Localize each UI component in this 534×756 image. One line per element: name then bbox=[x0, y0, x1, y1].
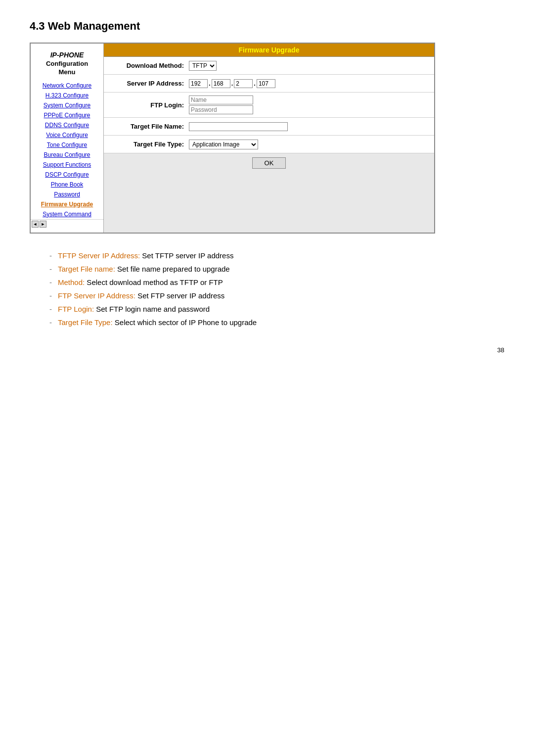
bullet-desc-0: Set TFTP server IP address bbox=[140, 251, 233, 260]
ip-octet-2[interactable] bbox=[212, 79, 230, 88]
bullet-dash-2: - bbox=[49, 278, 52, 286]
bullet-item-5: -Target File Type: Select which sector o… bbox=[49, 318, 504, 327]
bullet-item-2: -Method: Select download method as TFTP … bbox=[49, 278, 504, 286]
sidebar-link-tone-configure[interactable]: Tone Configure bbox=[31, 140, 103, 150]
bullet-desc-5: Select which sector of IP Phone to upgra… bbox=[113, 318, 257, 327]
target-file-type-label: Target File Type: bbox=[110, 141, 189, 148]
firmware-header: Firmware Upgrade bbox=[104, 44, 434, 57]
target-file-type-control: Application Image Boot Loader Config Fil… bbox=[189, 140, 428, 149]
sidebar-link-password[interactable]: Password bbox=[31, 189, 103, 199]
sidebar-link-bureau-configure[interactable]: Bureau Configure bbox=[31, 150, 103, 160]
bullet-term-2: Method: bbox=[58, 278, 85, 286]
sidebar-brand: IP-PHONE Configuration Menu bbox=[31, 47, 103, 81]
firmware-form: Download Method: TFTP FTP Server IP Addr… bbox=[104, 57, 434, 153]
ip-octet-3[interactable] bbox=[234, 79, 253, 88]
sidebar-link-phone-book[interactable]: Phone Book bbox=[31, 180, 103, 189]
sidebar-link-support-functions[interactable]: Support Functions bbox=[31, 160, 103, 170]
ftp-login-row: FTP Login: bbox=[104, 93, 434, 118]
sidebar-link-system-configure[interactable]: System Configure bbox=[31, 100, 103, 110]
bullet-term-3: FTP Server IP Address: bbox=[58, 291, 135, 300]
target-file-name-row: Target File Name: bbox=[104, 118, 434, 136]
bullet-desc-1: Set file name prepared to upgrade bbox=[115, 265, 230, 273]
bullet-dash-5: - bbox=[49, 318, 52, 327]
ip-dot-1: . bbox=[209, 80, 211, 87]
sidebar-brand-ip-phone: IP-PHONE bbox=[50, 51, 84, 59]
ftp-login-group bbox=[189, 95, 428, 114]
bullet-content-5: Target File Type: Select which sector of… bbox=[58, 318, 257, 327]
bullet-item-1: -Target File name: Set file name prepare… bbox=[49, 265, 504, 273]
target-file-name-input[interactable] bbox=[189, 122, 288, 131]
bullet-content-3: FTP Server IP Address: Set FTP server IP… bbox=[58, 291, 224, 300]
bullet-term-1: Target File name: bbox=[58, 265, 115, 273]
ip-inputs: . . . bbox=[189, 79, 428, 88]
download-method-label: Download Method: bbox=[110, 62, 189, 69]
bullet-item-0: -TFTP Server IP Address: Set TFTP server… bbox=[49, 251, 504, 260]
bullet-term-4: FTP Login: bbox=[58, 305, 94, 313]
server-ip-label: Server IP Address: bbox=[110, 80, 189, 87]
sidebar-link-dscp-configure[interactable]: DSCP Configure bbox=[31, 170, 103, 180]
bullet-content-0: TFTP Server IP Address: Set TFTP server … bbox=[58, 251, 233, 260]
bullet-item-4: -FTP Login: Set FTP login name and passw… bbox=[49, 305, 504, 313]
sidebar-scroll-left[interactable]: ◄ bbox=[32, 221, 39, 228]
bullet-term-0: TFTP Server IP Address: bbox=[58, 251, 140, 260]
bullet-dash-0: - bbox=[49, 251, 52, 260]
bullet-content-1: Target File name: Set file name prepared… bbox=[58, 265, 230, 273]
download-method-control: TFTP FTP bbox=[189, 61, 428, 71]
sidebar-link-firmware-upgrade[interactable]: Firmware Upgrade bbox=[31, 199, 103, 209]
ftp-password-input[interactable] bbox=[189, 105, 253, 114]
sidebar-scroll-right[interactable]: ► bbox=[40, 221, 46, 228]
ftp-password-row bbox=[189, 105, 428, 114]
bullet-item-3: -FTP Server IP Address: Set FTP server I… bbox=[49, 291, 504, 300]
bullet-content-2: Method: Select download method as TFTP o… bbox=[58, 278, 223, 286]
sidebar: IP-PHONE Configuration Menu Network Conf… bbox=[31, 44, 104, 233]
target-file-type-select[interactable]: Application Image Boot Loader Config Fil… bbox=[189, 140, 258, 149]
web-management-box: IP-PHONE Configuration Menu Network Conf… bbox=[30, 43, 435, 234]
download-method-row: Download Method: TFTP FTP bbox=[104, 57, 434, 75]
target-file-name-control bbox=[189, 122, 428, 131]
ftp-login-control bbox=[189, 95, 428, 114]
ip-octet-1[interactable] bbox=[189, 79, 208, 88]
sidebar-bottom: ◄ ► bbox=[31, 219, 103, 229]
target-file-type-row: Target File Type: Application Image Boot… bbox=[104, 136, 434, 153]
page-number: 38 bbox=[30, 346, 504, 354]
ip-dot-3: . bbox=[254, 80, 256, 87]
download-method-select[interactable]: TFTP FTP bbox=[189, 61, 217, 71]
bullet-desc-3: Set FTP server IP address bbox=[135, 291, 224, 300]
sidebar-link-voice-configure[interactable]: Voice Configure bbox=[31, 130, 103, 140]
sidebar-brand-configuration: Configuration bbox=[46, 60, 88, 67]
sidebar-scroll-arrows: ◄ ► bbox=[32, 221, 46, 228]
bullet-content-4: FTP Login: Set FTP login name and passwo… bbox=[58, 305, 210, 313]
bullet-desc-2: Select download method as TFTP or FTP bbox=[85, 278, 223, 286]
ok-row: OK bbox=[104, 153, 434, 173]
bullet-dash-3: - bbox=[49, 291, 52, 300]
bullet-term-5: Target File Type: bbox=[58, 318, 113, 327]
bullet-dash-1: - bbox=[49, 265, 52, 273]
ftp-login-label: FTP Login: bbox=[110, 101, 189, 109]
main-panel: Firmware Upgrade Download Method: TFTP F… bbox=[104, 44, 434, 233]
ip-dot-2: . bbox=[231, 80, 233, 87]
bullet-dash-4: - bbox=[49, 305, 52, 313]
server-ip-row: Server IP Address: . . . bbox=[104, 75, 434, 93]
sidebar-link-network-configure[interactable]: Network Configure bbox=[31, 81, 103, 91]
ok-button[interactable]: OK bbox=[252, 157, 286, 169]
sidebar-link-h323-configure[interactable]: H.323 Configure bbox=[31, 91, 103, 100]
target-file-name-label: Target File Name: bbox=[110, 123, 189, 130]
ftp-name-input[interactable] bbox=[189, 95, 253, 104]
page-title: 4.3 Web Management bbox=[30, 20, 504, 33]
ftp-name-row bbox=[189, 95, 428, 104]
server-ip-control: . . . bbox=[189, 79, 428, 88]
sidebar-brand-menu: Menu bbox=[59, 68, 76, 76]
sidebar-links: Network ConfigureH.323 ConfigureSystem C… bbox=[31, 81, 103, 219]
sidebar-link-system-command[interactable]: System Command bbox=[31, 209, 103, 219]
sidebar-link-pppoe-configure[interactable]: PPPoE Configure bbox=[31, 110, 103, 120]
bullet-list: -TFTP Server IP Address: Set TFTP server… bbox=[30, 251, 504, 327]
bullet-desc-4: Set FTP login name and password bbox=[94, 305, 210, 313]
sidebar-link-ddns-configure[interactable]: DDNS Configure bbox=[31, 120, 103, 130]
ip-octet-4[interactable] bbox=[257, 79, 275, 88]
